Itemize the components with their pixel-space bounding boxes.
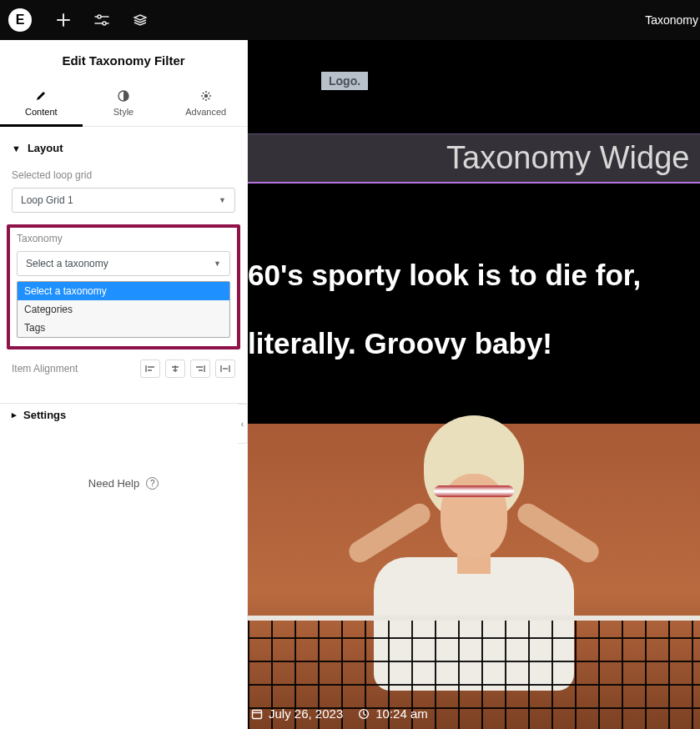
tab-style-label: Style [113,107,133,117]
post-time-value: 10:24 am [375,706,428,721]
elementor-logo-icon: E [8,8,32,32]
tab-style[interactable]: Style [83,80,165,126]
align-stretch-button[interactable] [215,359,235,378]
headline-line1: 60's sporty look is to die for, [248,257,692,294]
loop-grid-select[interactable]: Loop Grid 1 ▼ [12,188,235,213]
taxonomy-label: Taxonomy [17,233,230,244]
align-right-button[interactable] [190,359,210,378]
need-help-link[interactable]: Need Help ? [0,477,247,490]
post-time: 10:24 am [358,706,428,721]
panel-title: Edit Taxonomy Filter [0,40,247,80]
contrast-icon [118,90,129,102]
caret-right-icon: ▸ [12,410,17,420]
need-help-label: Need Help [88,477,139,490]
align-left-button[interactable] [140,359,160,378]
chevron-down-icon: ▼ [214,259,221,268]
svg-rect-4 [253,710,262,718]
settings-sliders-icon[interactable] [93,12,110,28]
item-alignment-row: Item Alignment [0,359,247,378]
panel-tabs: Content Style Advanced [0,80,247,127]
top-toolbar-icons [55,12,149,28]
post-date: July 26, 2023 [251,706,343,721]
post-date-value: July 26, 2023 [269,706,343,721]
caret-down-icon: ▼ [12,143,21,153]
pencil-icon [35,90,47,102]
svg-point-1 [103,22,106,25]
headline-line2: literally. Groovy baby! [248,325,692,362]
alignment-buttons [140,359,235,378]
taxonomy-option-tags[interactable]: Tags [18,319,229,337]
taxonomy-option-categories[interactable]: Categories [18,300,229,319]
taxonomy-select-value: Select a taxonomy [26,258,108,269]
loop-grid-label: Selected loop grid [12,169,235,181]
preview-canvas: Logo. Taxonomy Widge 60's sporty look is… [248,40,700,729]
svg-point-3 [204,93,207,97]
site-logo-placeholder[interactable]: Logo. [321,72,368,90]
section-layout-label: Layout [28,142,63,154]
tab-advanced-label: Advanced [185,107,226,117]
structure-icon[interactable] [132,12,149,28]
help-icon: ? [146,477,159,490]
elementor-logo[interactable]: E [0,0,40,40]
post-meta: July 26, 2023 10:24 am [251,706,428,721]
field-taxonomy: Taxonomy Select a taxonomy ▼ [15,233,232,281]
taxonomy-highlight-box: Taxonomy Select a taxonomy ▼ Select a ta… [7,224,240,349]
item-alignment-label: Item Alignment [12,363,78,375]
taxonomy-select[interactable]: Select a taxonomy ▼ [17,251,230,276]
page-title: Taxonomy Widge [446,140,689,176]
gear-icon [200,90,212,102]
section-layout[interactable]: ▼ Layout [0,127,247,163]
top-toolbar: E Taxonomy [0,0,700,40]
svg-point-0 [98,15,101,18]
align-center-button[interactable] [165,359,185,378]
field-selected-loop-grid: Selected loop grid Loop Grid 1 ▼ [0,163,247,219]
top-right-context: Taxonomy [645,13,698,27]
page-title-band: Taxonomy Widge [248,133,700,184]
tab-advanced[interactable]: Advanced [164,80,247,126]
panel-collapse-toggle[interactable]: ‹ [238,404,248,444]
chevron-down-icon: ▼ [219,196,226,204]
loop-grid-value: Loop Grid 1 [21,194,73,206]
section-settings[interactable]: ▸ Settings [0,403,247,430]
tab-content[interactable]: Content [0,80,83,126]
taxonomy-dropdown: Select a taxonomy Categories Tags [17,281,230,338]
post-headline: 60's sporty look is to die for, literall… [248,257,692,362]
add-icon[interactable] [55,12,72,28]
calendar-icon [251,708,263,720]
clock-icon [358,708,370,720]
taxonomy-option-placeholder[interactable]: Select a taxonomy [18,282,229,300]
section-settings-label: Settings [23,409,66,421]
editor-panel: Edit Taxonomy Filter Content Style Advan… [0,40,248,729]
tab-content-label: Content [25,107,58,117]
post-featured-image: July 26, 2023 10:24 am [248,424,700,729]
